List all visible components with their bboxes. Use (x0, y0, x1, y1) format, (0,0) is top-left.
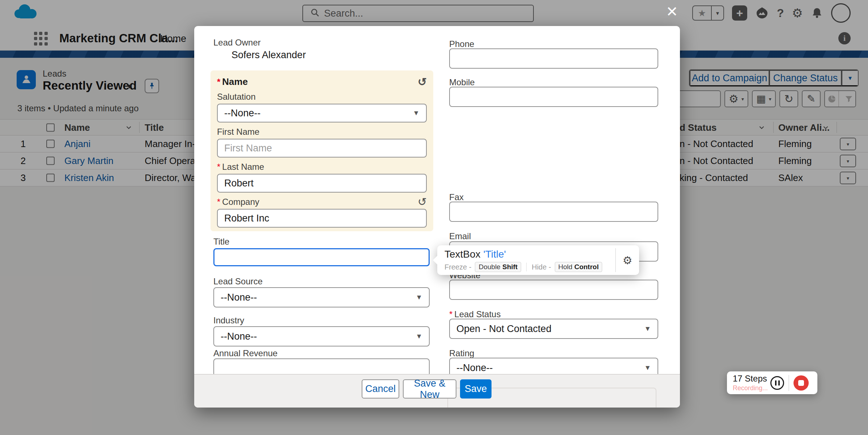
hide-key: Hold (558, 263, 573, 271)
lead-status-select[interactable]: Open - Not Contacted ▼ (449, 319, 658, 339)
recorder-widget: 17 Steps Recording... (727, 371, 817, 394)
undo-icon[interactable]: ↺ (418, 77, 427, 87)
lead-owner-label: Lead Owner (213, 38, 430, 48)
first-name-label: First Name (217, 127, 427, 137)
last-name-label-text: Last Name (222, 162, 264, 172)
first-name-input[interactable]: First Name (217, 139, 427, 158)
tooltip-element-type: TextBox (444, 249, 481, 260)
select-caret-down-icon: ▼ (416, 293, 422, 301)
save-and-new-button[interactable]: Save & New (403, 379, 456, 399)
industry-label: Industry (213, 315, 430, 326)
industry-select[interactable]: --None-- ▼ (213, 326, 430, 346)
rating-value: --None-- (456, 362, 493, 374)
freeze-label: Freeze - (444, 263, 471, 271)
tooltip-body: TextBox 'Title' Freeze - Double Shift Hi… (437, 245, 615, 275)
salutation-value: --None-- (224, 108, 261, 119)
lead-status-value: Open - Not Contacted (456, 323, 552, 335)
divider (526, 263, 527, 271)
close-icon[interactable]: ✕ (664, 4, 680, 20)
salutation-label: Salutation (217, 92, 427, 102)
last-name-value: Robert (224, 178, 254, 189)
owner-name: Sofers Alexander (231, 49, 306, 61)
app-root: Search... ★ ▾ + ? ⚙ Marketing CRM Cla...… (0, 0, 868, 435)
lead-source-label: Lead Source (213, 276, 430, 287)
rating-label: Rating (449, 348, 658, 358)
last-name-input[interactable]: Robert (217, 174, 427, 193)
name-section-label: Name (222, 76, 248, 87)
last-name-label: * Last Name (217, 162, 427, 172)
phone-input[interactable] (449, 48, 658, 69)
industry-value: --None-- (221, 331, 257, 342)
company-input[interactable]: Robert Inc (217, 209, 427, 228)
salutation-select[interactable]: --None-- ▼ (217, 104, 427, 122)
recorder-status: Recording... (733, 384, 770, 392)
required-marker: * (217, 162, 220, 172)
tooltip-element-name: 'Title' (483, 249, 506, 260)
annual-revenue-label: Annual Revenue (213, 348, 430, 358)
select-caret-down-icon: ▼ (644, 325, 651, 333)
required-marker: * (217, 77, 220, 87)
phone-label: Phone (449, 39, 658, 49)
freeze-shortcut-chip: Double Shift (475, 262, 521, 272)
modal-footer: Cancel Save & New Save (194, 374, 680, 408)
title-input-focused[interactable] (213, 248, 430, 266)
required-marker: * (449, 309, 452, 319)
freeze-key-bold: Shift (502, 263, 518, 271)
new-lead-modal: Lead Owner Sofers Alexander * Name ↺ Sal… (194, 26, 680, 408)
select-caret-down-icon: ▼ (416, 332, 422, 340)
lead-owner-value: Sofers Alexander (213, 48, 306, 61)
freeze-key: Double (478, 263, 500, 271)
inspector-tooltip: TextBox 'Title' Freeze - Double Shift Hi… (437, 245, 639, 275)
first-name-placeholder: First Name (224, 143, 272, 154)
owner-avatar (213, 48, 226, 61)
undo-icon[interactable]: ↺ (418, 197, 427, 207)
pause-icon (778, 380, 780, 386)
mobile-input[interactable] (449, 87, 658, 107)
lead-status-label-text: Lead Status (454, 309, 501, 319)
lead-source-value: --None-- (221, 292, 257, 303)
hide-key-bold: Control (574, 263, 599, 271)
name-compound-section: * Name ↺ Salutation --None-- ▼ First Nam… (210, 70, 433, 231)
company-label: * Company ↺ (217, 197, 427, 207)
hide-shortcut-chip: Hold Control (555, 262, 603, 272)
hide-label: Hide - (532, 263, 551, 271)
tooltip-settings-gear-icon[interactable]: ⚙ (616, 245, 639, 275)
lead-source-select[interactable]: --None-- ▼ (213, 287, 430, 307)
fax-label: Fax (449, 192, 658, 202)
fax-input[interactable] (449, 202, 658, 222)
pause-button[interactable] (770, 376, 784, 390)
required-marker: * (217, 197, 220, 207)
stop-icon (798, 380, 804, 386)
recorder-steps-count: 17 Steps (733, 374, 770, 384)
save-button[interactable]: Save (460, 379, 492, 399)
select-caret-down-icon: ▼ (413, 109, 420, 117)
stop-recording-button[interactable] (793, 375, 809, 391)
company-label-text: Company (222, 197, 259, 207)
mobile-label: Mobile (449, 77, 658, 87)
lead-status-label: * Lead Status (449, 309, 658, 319)
tooltip-caret-left-icon (433, 255, 438, 265)
company-value: Robert Inc (224, 213, 269, 224)
select-caret-down-icon: ▼ (644, 364, 651, 372)
website-input[interactable] (449, 280, 658, 300)
title-label: Title (213, 237, 430, 247)
pause-icon (775, 380, 776, 386)
divider (788, 375, 789, 391)
name-section-header: * Name ↺ (217, 76, 427, 87)
email-label: Email (449, 231, 658, 241)
cancel-button[interactable]: Cancel (362, 379, 399, 399)
